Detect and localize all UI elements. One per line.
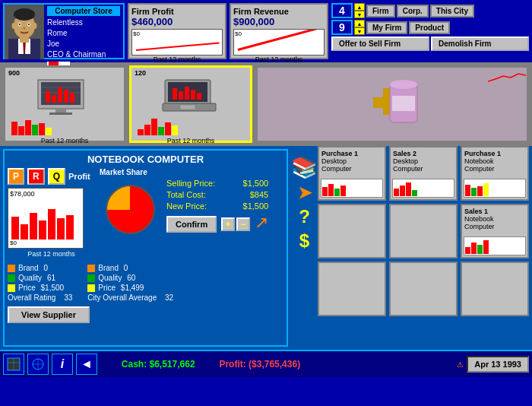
nav-icon-2[interactable]	[27, 354, 49, 375]
prq-q-btn[interactable]: Q	[48, 168, 65, 185]
svg-point-12	[12, 23, 16, 29]
price-dot-my	[8, 284, 15, 292]
dollar-icon: $	[299, 230, 309, 252]
firm-profit-value: $460,000	[131, 16, 223, 27]
health-product-img	[354, 73, 430, 130]
notebook-card[interactable]: 120	[129, 65, 252, 143]
question-icon: ?	[299, 206, 310, 227]
mini-chart-icon	[488, 70, 526, 85]
firm-revenue-label: Firm Revenue	[233, 7, 325, 16]
svg-rect-27	[64, 90, 68, 103]
cards-col-1: Purchase 1 Desktop Computer	[318, 146, 386, 350]
svg-rect-28	[70, 93, 74, 103]
nav-icon-1[interactable]	[3, 354, 24, 375]
svg-rect-33	[185, 87, 189, 100]
product-btn[interactable]: Product	[409, 21, 450, 34]
svg-rect-37	[180, 105, 195, 109]
book-icon: 📚	[291, 155, 318, 180]
profit-chart: $78,000 $0	[8, 188, 84, 249]
empty-card-4	[389, 262, 458, 316]
cash-display: Cash: $6,517,662	[100, 359, 216, 370]
firm-profit-chart: $0	[131, 29, 223, 56]
quality-dot-city	[87, 274, 95, 282]
city-metrics: Brand 0 Quality 60 Price $1,499 City Ove…	[87, 264, 173, 302]
pricing-info: Selling Price: $1,500 Total Cost: $845 N…	[166, 179, 268, 233]
firm-revenue-period: Past 12 months	[233, 56, 325, 63]
up-arrow-1[interactable]: ▲	[354, 3, 365, 11]
svg-rect-31	[173, 88, 177, 100]
arrow-group-1[interactable]: ▲ ▼	[354, 3, 365, 18]
view-supplier-btn[interactable]: View Supplier	[8, 306, 90, 323]
empty-card-3	[389, 204, 458, 259]
sales-desktop-card[interactable]: Sales 2 Desktop Computer	[389, 146, 458, 201]
empty-card-1	[318, 204, 386, 259]
products-row: 900	[0, 62, 532, 146]
arrow-right-icon: ➤	[298, 183, 312, 203]
svg-rect-32	[179, 91, 183, 100]
prq-r-btn[interactable]: R	[27, 168, 45, 185]
quality-dot-my	[8, 274, 15, 282]
arrow-group-2[interactable]: ▲ ▼	[354, 20, 365, 35]
desktop-card[interactable]: 900	[3, 65, 126, 143]
main-panel: NOTEBOOK COMPUTER P R Q Profit $78,000	[0, 146, 532, 350]
notebook-computer-img	[159, 78, 223, 116]
plus-btn[interactable]: +	[221, 217, 235, 231]
firm-profit-period: Past 12 months	[131, 56, 223, 63]
svg-point-10	[28, 24, 30, 25]
demolish-btn[interactable]: Demolish Firm	[431, 36, 529, 51]
svg-point-9	[19, 24, 21, 25]
svg-point-11	[24, 27, 26, 30]
ceo-panel: Computer Store Relentless Rome Joe CEO &…	[3, 3, 125, 59]
svg-rect-26	[58, 87, 62, 103]
desktop-label: Past 12 months	[8, 137, 121, 144]
purchase-desktop-card[interactable]: Purchase 1 Desktop Computer	[318, 146, 386, 201]
notebook-computer-panel: NOTEBOOK COMPUTER P R Q Profit $78,000	[3, 149, 288, 347]
info-icon[interactable]: i	[52, 354, 73, 375]
market-share-pie	[100, 179, 160, 239]
down-arrow-2[interactable]: ▼	[354, 27, 365, 35]
firm-btn[interactable]: Firm	[366, 5, 395, 17]
empty-card-2	[318, 262, 386, 316]
svg-rect-20	[55, 109, 66, 113]
back-icon[interactable]: ◄	[76, 354, 97, 375]
metrics-area: Brand 0 Quality 61 Price $1,500 Overall …	[8, 264, 283, 302]
up-arrow-2[interactable]: ▲	[354, 20, 365, 27]
sales-notebook-card[interactable]: Sales 1 Notebook Computer	[461, 204, 529, 259]
ceo-avatar	[5, 5, 44, 59]
svg-rect-34	[191, 90, 195, 100]
svg-rect-21	[49, 113, 72, 115]
my-firm-btn[interactable]: My Firm	[366, 21, 407, 34]
this-city-btn[interactable]: This City	[430, 5, 474, 17]
firm-profit-label: Firm Profit	[131, 7, 223, 16]
empty-card-5	[461, 262, 529, 316]
purchase-notebook-card[interactable]: Purchase 1 Notebook Computer	[461, 146, 529, 201]
notebook-label: Past 12 months	[135, 137, 247, 144]
ceo-name: Relentless Rome Joe CEO & Chairman	[47, 17, 120, 60]
minus-btn[interactable]: −	[236, 217, 250, 231]
notebook-panel-title: NOTEBOOK COMPUTER	[8, 154, 283, 165]
cards-col-3: Purchase 1 Notebook Computer	[461, 146, 529, 316]
svg-point-6	[14, 8, 35, 21]
price-dot-city	[87, 284, 95, 292]
svg-rect-25	[52, 95, 56, 103]
purchase-desktop-bars	[321, 179, 383, 198]
svg-rect-43	[392, 96, 415, 111]
svg-rect-24	[46, 91, 50, 103]
right-controls: 4 ▲ ▼ Firm Corp. This City 9 ▲ ▼ My Firm…	[331, 3, 529, 59]
bottom-bar: i ◄ Cash: $6,517,662 Profit: ($3,765,436…	[0, 350, 532, 377]
warning-icon: ⚠	[457, 360, 464, 369]
corp-btn[interactable]: Corp.	[397, 5, 429, 17]
offer-sell-btn[interactable]: Offer to Sell Firm	[331, 36, 429, 51]
date-display: Apr 13 1993	[467, 356, 529, 373]
confirm-btn[interactable]: Confirm	[166, 216, 217, 233]
num-box-2: 9	[331, 20, 353, 35]
symbols-panel: 📚 ➤ ? $	[291, 146, 318, 350]
firm-revenue-value: $900,000	[233, 16, 325, 27]
brand-dot-my	[8, 265, 15, 272]
svg-point-42	[390, 80, 417, 89]
purchase-notebook-bars	[464, 179, 526, 198]
down-arrow-1[interactable]: ▼	[354, 11, 365, 18]
prq-p-btn[interactable]: P	[8, 168, 24, 185]
arrow-pointer-icon: ↗	[255, 213, 268, 233]
svg-point-13	[33, 23, 37, 29]
